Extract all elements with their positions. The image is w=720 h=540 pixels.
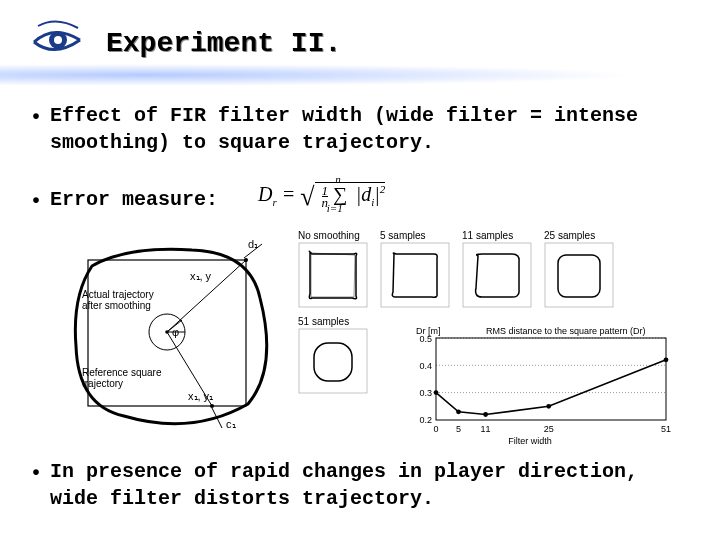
label-c1: c₁ (226, 418, 236, 430)
bullet-2-text: Error measure: (50, 188, 218, 211)
bullet-3-text: In presence of rapid changes in player d… (50, 460, 638, 510)
label-actual: Actual trajectory after smoothing (82, 289, 156, 311)
label-d1: d₁ (248, 238, 258, 250)
title-glow (0, 62, 720, 88)
svg-text:51: 51 (661, 424, 671, 434)
svg-rect-19 (299, 329, 367, 393)
svg-text:0.2: 0.2 (419, 415, 432, 425)
bullet-dot-icon: • (30, 188, 42, 215)
thumb-5-samples: 5 samples (380, 230, 450, 313)
chart-xlabel: Filter width (508, 436, 552, 446)
svg-text:0: 0 (433, 424, 438, 434)
svg-point-9 (244, 258, 248, 262)
svg-point-35 (456, 409, 461, 414)
chart-title: RMS distance to the square pattern (Dr) (486, 326, 646, 336)
svg-point-38 (664, 357, 669, 362)
rms-chart: Dr [m] RMS distance to the square patter… (390, 326, 680, 446)
svg-rect-21 (436, 338, 666, 420)
svg-point-36 (483, 412, 488, 417)
svg-text:5: 5 (456, 424, 461, 434)
bullet-dot-icon: • (30, 460, 42, 487)
thumb-25-samples: 25 samples (544, 230, 614, 313)
bullet-1-text: Effect of FIR filter width (wide filter … (50, 104, 638, 154)
error-formula: Dr = √ 1 n ∑ni=1 |di|2 (258, 178, 385, 208)
svg-point-37 (546, 404, 551, 409)
label-phi: φ (172, 326, 179, 338)
svg-text:0.4: 0.4 (419, 361, 432, 371)
graphics-area: d₁ x₁, y Actual trajectory after smoothi… (52, 236, 684, 436)
eye-logo-icon (28, 18, 88, 60)
thumb-51-samples: 51 samples (298, 316, 368, 399)
svg-point-1 (54, 36, 62, 44)
trajectory-diagram: d₁ x₁, y Actual trajectory after smoothi… (52, 236, 282, 432)
svg-text:0.3: 0.3 (419, 388, 432, 398)
slide-title: Experiment II. (106, 28, 341, 59)
svg-text:0.5: 0.5 (419, 334, 432, 344)
svg-point-12 (210, 404, 214, 408)
thumb-11-samples: 11 samples (462, 230, 532, 313)
bullet-3: • In presence of rapid changes in player… (50, 458, 684, 512)
svg-text:11: 11 (481, 424, 491, 434)
svg-point-34 (434, 390, 439, 395)
label-xy-top: x₁, y (190, 270, 212, 282)
bullet-1: • Effect of FIR filter width (wide filte… (50, 102, 684, 156)
svg-text:25: 25 (544, 424, 554, 434)
thumb-no-smoothing: No smoothing (298, 230, 368, 313)
bullet-dot-icon: • (30, 104, 42, 131)
label-xy-bot: x₁, y₁ (188, 390, 213, 402)
